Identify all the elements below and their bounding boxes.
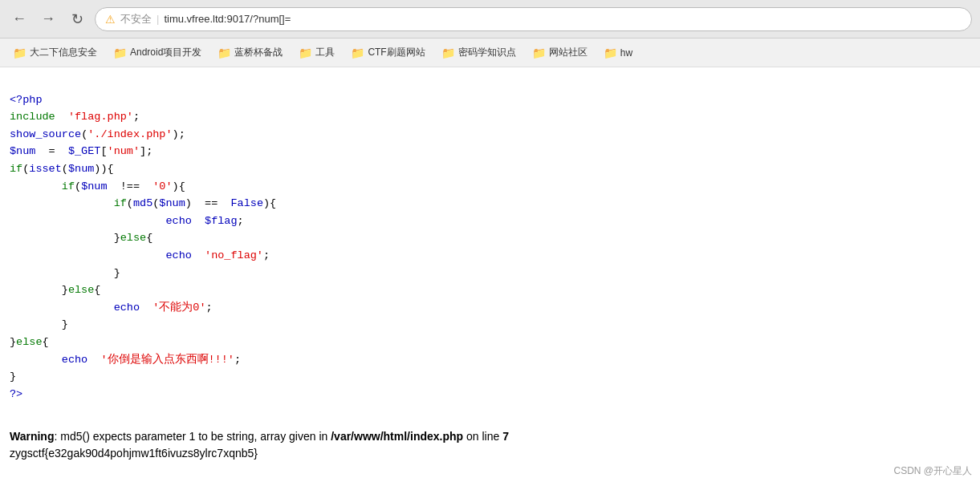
code-line-8: echo $flag; xyxy=(10,215,244,227)
page-content: <?php include 'flag.php'; show_source('.… xyxy=(0,67,980,466)
forward-button[interactable]: → xyxy=(37,8,59,30)
folder-icon-7: 📁 xyxy=(532,47,546,59)
warning-line-num: 7 xyxy=(502,430,509,443)
code-line-3: show_source('./index.php'); xyxy=(10,128,185,140)
browser-toolbar: ← → ↻ ⚠ 不安全 | timu.vfree.ltd:9017/?num[]… xyxy=(0,0,980,38)
bookmark-label-8: hw xyxy=(620,47,632,59)
csdn-text: CSDN @开心星人 xyxy=(893,465,972,476)
bookmark-2[interactable]: 📁 Android项目开发 xyxy=(107,43,208,63)
bookmark-1[interactable]: 📁 大二下信息安全 xyxy=(6,43,104,63)
bookmark-label-2: Android项目开发 xyxy=(130,46,201,59)
back-button[interactable]: ← xyxy=(8,8,30,30)
url-text: timu.vfree.ltd:9017/?num[]= xyxy=(164,13,291,25)
code-line-11: } xyxy=(10,267,120,279)
flag-output: zygsctf{e32gak90d4pohjmw1ft6ivuzs8ylrc7x… xyxy=(10,447,970,460)
code-line-15: }else{ xyxy=(10,336,49,348)
warning-body: : md5() expects parameter 1 to be string… xyxy=(54,430,331,443)
code-line-1: <?php xyxy=(10,94,43,106)
warning-path: /var/www/html/index.php xyxy=(331,430,463,443)
code-line-14: } xyxy=(10,318,68,330)
bookmark-label-7: 网站社区 xyxy=(549,46,588,59)
code-line-18: ?> xyxy=(10,388,22,400)
csdn-watermark: CSDN @开心星人 xyxy=(893,464,972,478)
bookmark-4[interactable]: 📁 工具 xyxy=(292,43,341,63)
folder-icon-1: 📁 xyxy=(13,47,26,59)
reload-button[interactable]: ↻ xyxy=(66,8,88,30)
bookmark-label-3: 蓝桥杯备战 xyxy=(234,46,283,59)
code-line-6: if($num !== '0'){ xyxy=(10,180,185,192)
code-line-4: $num = $_GET['num']; xyxy=(10,145,152,157)
source-code: <?php include 'flag.php'; show_source('.… xyxy=(10,74,970,420)
code-line-5: if(isset($num)){ xyxy=(10,163,114,175)
warning-suffix: on line xyxy=(463,430,502,443)
code-line-2: include 'flag.php'; xyxy=(10,111,140,123)
code-line-10: echo 'no_flag'; xyxy=(10,249,270,261)
code-line-17: } xyxy=(10,371,16,383)
insecure-icon: ⚠ xyxy=(105,13,116,26)
code-line-13: echo '不能为0'; xyxy=(10,302,213,314)
bookmark-label-1: 大二下信息安全 xyxy=(30,46,97,59)
insecure-label: 不安全 xyxy=(120,12,152,26)
folder-icon-8: 📁 xyxy=(604,47,617,59)
code-line-16: echo '你倒是输入点东西啊!!!'; xyxy=(10,354,241,366)
bookmark-7[interactable]: 📁 网站社区 xyxy=(526,43,594,63)
warning-message: Warning: md5() expects parameter 1 to be… xyxy=(10,428,970,445)
flag-value: zygsctf{e32gak90d4pohjmw1ft6ivuzs8ylrc7x… xyxy=(10,447,258,460)
bookmark-6[interactable]: 📁 密码学知识点 xyxy=(435,43,523,63)
address-separator: | xyxy=(157,13,159,25)
folder-icon-5: 📁 xyxy=(351,47,364,59)
folder-icon-2: 📁 xyxy=(113,47,127,59)
folder-icon-4: 📁 xyxy=(299,47,312,59)
bookmarks-bar: 📁 大二下信息安全 📁 Android项目开发 📁 蓝桥杯备战 📁 工具 📁 C… xyxy=(0,38,980,67)
code-line-12: }else{ xyxy=(10,284,100,296)
warning-label: Warning xyxy=(10,430,54,443)
bookmark-label-5: CTF刷题网站 xyxy=(368,46,425,59)
bookmark-3[interactable]: 📁 蓝桥杯备战 xyxy=(211,43,289,63)
folder-icon-6: 📁 xyxy=(441,47,455,59)
bookmark-5[interactable]: 📁 CTF刷题网站 xyxy=(344,43,431,63)
folder-icon-3: 📁 xyxy=(218,47,231,59)
address-bar[interactable]: ⚠ 不安全 | timu.vfree.ltd:9017/?num[]= xyxy=(95,7,972,31)
bookmark-label-6: 密码学知识点 xyxy=(458,46,516,59)
code-line-9: }else{ xyxy=(10,232,152,244)
bookmark-8[interactable]: 📁 hw xyxy=(597,43,639,63)
bookmark-label-4: 工具 xyxy=(315,46,335,59)
code-line-7: if(md5($num) == False){ xyxy=(10,197,276,209)
